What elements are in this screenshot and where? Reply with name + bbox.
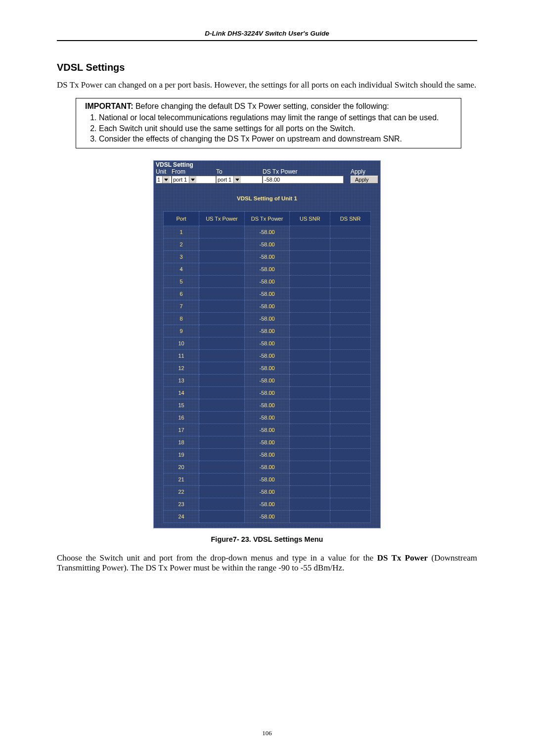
- cell-ds-tx-power: -58.00: [244, 399, 290, 412]
- unit-select-value: 1: [156, 176, 162, 183]
- cell-port: 20: [164, 461, 199, 473]
- cell-us-tx-power: [199, 399, 245, 412]
- cell-ds-snr: [330, 313, 371, 325]
- important-lead: IMPORTANT:: [85, 102, 133, 110]
- cell-port: 18: [164, 436, 199, 449]
- cell-us-tx-power: [199, 350, 245, 362]
- vdsl-setting-panel: VDSL Setting Unit 1 From port 1 To por: [153, 160, 381, 528]
- cell-ds-tx-power: -58.00: [244, 387, 290, 399]
- cell-port: 13: [164, 375, 199, 387]
- table-row: 20-58.00: [164, 461, 371, 473]
- table-row: 2-58.00: [164, 238, 371, 251]
- cell-us-tx-power: [199, 387, 245, 399]
- cell-port: 5: [164, 276, 199, 288]
- table-header-row: Port US Tx Power DS Tx Power US SNR DS S…: [164, 212, 371, 226]
- unit-select[interactable]: 1: [156, 176, 172, 184]
- cell-us-tx-power: [199, 511, 245, 523]
- cell-ds-snr: [330, 300, 371, 313]
- cell-port: 14: [164, 387, 199, 399]
- cell-us-tx-power: [199, 226, 245, 238]
- cell-port: 11: [164, 350, 199, 362]
- cell-us-tx-power: [199, 300, 245, 313]
- important-item: Each Switch unit should use the same set…: [99, 124, 452, 134]
- cell-ds-snr: [330, 276, 371, 288]
- cell-us-snr: [290, 399, 330, 412]
- table-row: 9-58.00: [164, 325, 371, 337]
- cell-us-snr: [290, 350, 330, 362]
- cell-us-snr: [290, 511, 330, 523]
- from-port-select[interactable]: port 1: [172, 176, 216, 184]
- cell-ds-tx-power: -58.00: [244, 276, 290, 288]
- important-box: IMPORTANT: Before changing the default D…: [76, 98, 461, 148]
- cell-us-snr: [290, 375, 330, 387]
- cell-us-tx-power: [199, 412, 245, 424]
- cell-us-snr: [290, 276, 330, 288]
- cell-ds-snr: [330, 449, 371, 461]
- cell-ds-snr: [330, 511, 371, 523]
- cell-ds-snr: [330, 325, 371, 337]
- chevron-down-icon: [233, 176, 241, 183]
- cell-us-snr: [290, 362, 330, 375]
- cell-ds-tx-power: -58.00: [244, 325, 290, 337]
- cell-us-tx-power: [199, 473, 245, 486]
- table-row: 5-58.00: [164, 276, 371, 288]
- cell-us-tx-power: [199, 498, 245, 511]
- cell-port: 12: [164, 362, 199, 375]
- cell-us-snr: [290, 263, 330, 276]
- cell-port: 17: [164, 424, 199, 436]
- cell-port: 4: [164, 263, 199, 276]
- cell-port: 2: [164, 238, 199, 251]
- table-row: 17-58.00: [164, 424, 371, 436]
- cell-ds-tx-power: -58.00: [244, 226, 290, 238]
- col-us-tx-power: US Tx Power: [199, 212, 245, 226]
- to-port-select[interactable]: port 1: [216, 176, 263, 184]
- cell-us-snr: [290, 461, 330, 473]
- table-row: 1-58.00: [164, 226, 371, 238]
- cell-ds-snr: [330, 498, 371, 511]
- cell-ds-snr: [330, 436, 371, 449]
- chevron-down-icon: [189, 176, 196, 183]
- label-from: From: [172, 168, 216, 175]
- table-row: 23-58.00: [164, 498, 371, 511]
- page-number: 106: [0, 729, 534, 737]
- label-unit: Unit: [156, 168, 172, 175]
- cell-ds-tx-power: -58.00: [244, 263, 290, 276]
- cell-ds-tx-power: -58.00: [244, 511, 290, 523]
- cell-port: 3: [164, 251, 199, 263]
- panel-title: VDSL Setting: [154, 161, 380, 168]
- intro-paragraph: DS Tx Power can changed on a per port ba…: [57, 80, 477, 90]
- cell-port: 23: [164, 498, 199, 511]
- cell-ds-snr: [330, 350, 371, 362]
- cell-ds-snr: [330, 473, 371, 486]
- table-row: 15-58.00: [164, 399, 371, 412]
- cell-ds-tx-power: -58.00: [244, 436, 290, 449]
- cell-ds-tx-power: -58.00: [244, 498, 290, 511]
- cell-port: 8: [164, 313, 199, 325]
- ds-tx-power-input[interactable]: -58.00: [263, 176, 344, 184]
- col-ds-tx-power: DS Tx Power: [244, 212, 290, 226]
- cell-us-snr: [290, 337, 330, 350]
- label-to: To: [216, 168, 263, 175]
- cell-us-tx-power: [199, 238, 245, 251]
- cell-us-tx-power: [199, 263, 245, 276]
- cell-port: 15: [164, 399, 199, 412]
- cell-ds-snr: [330, 486, 371, 498]
- cell-ds-tx-power: -58.00: [244, 473, 290, 486]
- table-row: 6-58.00: [164, 288, 371, 300]
- cell-us-tx-power: [199, 449, 245, 461]
- apply-button[interactable]: Apply: [351, 176, 378, 184]
- cell-ds-snr: [330, 238, 371, 251]
- cell-ds-tx-power: -58.00: [244, 412, 290, 424]
- cell-us-tx-power: [199, 288, 245, 300]
- closing-pre: Choose the Switch unit and port from the…: [57, 553, 377, 563]
- important-item: Consider the effects of changing the DS …: [99, 134, 452, 144]
- cell-us-tx-power: [199, 461, 245, 473]
- cell-ds-snr: [330, 399, 371, 412]
- table-row: 7-58.00: [164, 300, 371, 313]
- cell-ds-tx-power: -58.00: [244, 424, 290, 436]
- cell-port: 1: [164, 226, 199, 238]
- cell-us-snr: [290, 387, 330, 399]
- cell-port: 6: [164, 288, 199, 300]
- table-row: 21-58.00: [164, 473, 371, 486]
- cell-ds-tx-power: -58.00: [244, 350, 290, 362]
